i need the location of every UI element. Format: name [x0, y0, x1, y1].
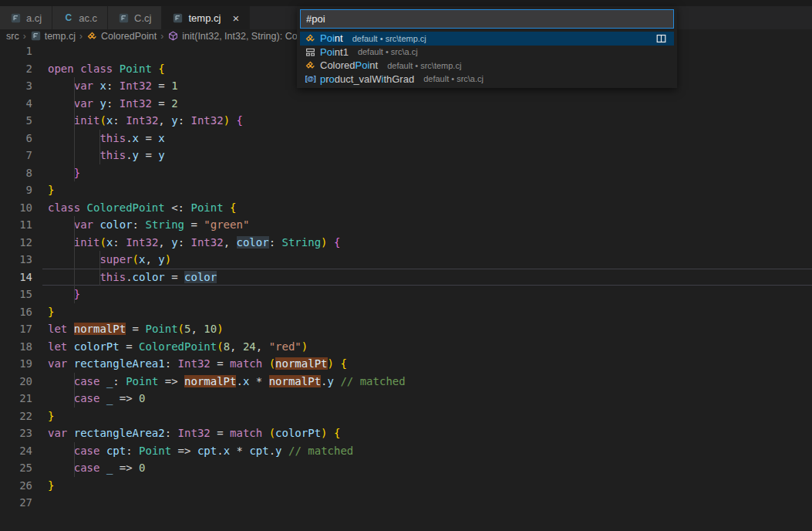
code-line-14[interactable]: 14 this.color = color	[0, 269, 812, 286]
line-number: 27	[0, 494, 42, 512]
code-line-content: init(x: Int32, y: Int32, color: String) …	[42, 234, 812, 252]
indent-guide	[74, 130, 75, 147]
indent-guide	[74, 164, 75, 182]
open-to-side-button[interactable]	[655, 33, 667, 46]
code-line-19[interactable]: 19var rectangleArea1: Int32 = match (nor…	[0, 355, 812, 373]
code-line-6[interactable]: 6 this.x = x	[0, 130, 812, 147]
line-number: 24	[0, 442, 42, 460]
code-line-10[interactable]: 10class ColoredPoint <: Point {	[0, 199, 812, 217]
indent-guide	[74, 269, 75, 286]
code-line-content: var y: Int32 = 2	[42, 95, 812, 113]
line-number: 19	[0, 355, 42, 373]
quick-open-result-ColoredPoint[interactable]: ColoredPointdefault • src\temp.cj	[300, 59, 674, 73]
breadcrumb-label: src	[6, 31, 19, 42]
code-line-content: }	[42, 477, 812, 495]
code-line-26[interactable]: 26}	[0, 477, 812, 495]
tab-label: temp.cj	[188, 12, 221, 24]
method-icon	[167, 30, 179, 42]
tab-ac.c[interactable]: Cac.c	[52, 6, 108, 29]
code-line-12[interactable]: 12 init(x: Int32, y: Int32, color: Strin…	[0, 234, 812, 252]
code-line-11[interactable]: 11 var color: String = "green"	[0, 216, 812, 234]
code-line-content: super(x, y)	[42, 251, 812, 269]
breadcrumb-separator: ›	[79, 31, 83, 42]
line-number: 5	[0, 112, 42, 130]
line-number: 18	[0, 338, 42, 356]
line-number: 3	[0, 77, 42, 95]
title-bar	[0, 0, 812, 6]
tab-temp.cj[interactable]: temp.cj×	[162, 6, 250, 29]
code-line-content: }	[42, 181, 812, 199]
struct-icon	[305, 46, 316, 58]
indent-guide	[99, 251, 100, 269]
tab-a.cj[interactable]: a.cj	[0, 6, 52, 29]
code-line-13[interactable]: 13 super(x, y)	[0, 251, 812, 269]
code-line-24[interactable]: 24 case cpt: Point => cpt.x * cpt.y // m…	[0, 442, 812, 460]
indent-guide	[74, 77, 75, 95]
code-line-25[interactable]: 25 case _ => 0	[0, 459, 812, 477]
split-editor-icon	[655, 33, 667, 45]
line-number: 21	[0, 390, 42, 408]
code-line-9[interactable]: 9}	[0, 181, 812, 199]
line-number: 26	[0, 477, 42, 495]
line-number: 2	[0, 60, 42, 78]
code-line-content	[42, 494, 812, 512]
breadcrumb-item-ColoredPoint[interactable]: ColoredPoint	[86, 30, 157, 42]
line-number: 22	[0, 408, 42, 425]
c-file-icon: C	[62, 12, 74, 24]
line-number: 15	[0, 286, 42, 303]
class-icon	[305, 59, 316, 71]
code-line-content: init(x: Int32, y: Int32) {	[42, 112, 812, 130]
breadcrumb-separator: ›	[23, 31, 26, 42]
code-line-content: var rectangleArea2: Int32 = match (color…	[42, 424, 812, 442]
code-line-23[interactable]: 23var rectangleArea2: Int32 = match (col…	[0, 424, 812, 442]
tab-C.cj[interactable]: C.cj	[108, 6, 162, 29]
symbol-name: product_valWithGrad	[320, 73, 414, 85]
code-line-content: this.y = y	[42, 147, 812, 164]
code-line-4[interactable]: 4 var y: Int32 = 2	[0, 95, 812, 113]
indent-guide	[74, 286, 75, 303]
tab-label: C.cj	[134, 12, 151, 24]
quick-open-result-product_valWithGrad[interactable]: [@]product_valWithGraddefault • src\a.cj	[300, 73, 674, 86]
line-number: 11	[0, 216, 42, 234]
breadcrumb-item-temp.cj[interactable]: temp.cj	[30, 30, 76, 42]
symbol-detail: default • src\temp.cj	[387, 61, 461, 70]
code-line-content: var color: String = "green"	[42, 216, 812, 234]
line-number: 16	[0, 303, 42, 321]
code-line-7[interactable]: 7 this.y = y	[0, 147, 812, 164]
symbol-name: Point1	[320, 46, 349, 58]
indent-guide	[99, 269, 100, 286]
tab-label: ac.c	[79, 12, 97, 24]
code-editor[interactable]: 12open class Point {3 var x: Int32 = 14 …	[0, 42, 812, 531]
quick-open-result-Point1[interactable]: Point1default • src\a.cj	[300, 46, 674, 59]
quick-open-input[interactable]	[300, 9, 674, 29]
code-line-15[interactable]: 15 }	[0, 286, 812, 303]
code-line-5[interactable]: 5 init(x: Int32, y: Int32) {	[0, 112, 812, 130]
line-number: 1	[0, 42, 42, 60]
indent-guide	[99, 130, 100, 147]
cangjie-file-icon	[118, 12, 130, 24]
code-line-20[interactable]: 20 case _: Point => normalPt.x * normalP…	[0, 373, 812, 391]
indent-guide	[74, 112, 75, 130]
symbol-name: Point	[320, 32, 343, 44]
quick-open-result-Point[interactable]: Pointdefault • src\temp.cj	[300, 32, 674, 46]
code-line-content: }	[42, 303, 812, 321]
code-line-16[interactable]: 16}	[0, 303, 812, 321]
code-line-content: var rectangleArea1: Int32 = match (norma…	[42, 355, 812, 373]
close-icon[interactable]: ×	[232, 12, 239, 24]
code-line-21[interactable]: 21 case _ => 0	[0, 390, 812, 408]
line-number: 8	[0, 164, 42, 182]
symbol-detail: default • src\temp.cj	[352, 34, 426, 43]
code-line-17[interactable]: 17let normalPt = Point(5, 10)	[0, 320, 812, 338]
code-line-27[interactable]: 27	[0, 494, 812, 512]
code-line-18[interactable]: 18let colorPt = ColoredPoint(8, 24, "red…	[0, 338, 812, 356]
cangjie-file-icon	[30, 30, 42, 42]
line-number: 7	[0, 147, 42, 164]
code-line-22[interactable]: 22}	[0, 408, 812, 425]
code-line-8[interactable]: 8 }	[0, 164, 812, 182]
cangjie-file-icon	[172, 12, 184, 24]
code-line-content: let colorPt = ColoredPoint(8, 24, "red")	[42, 338, 812, 356]
line-number: 12	[0, 234, 42, 252]
indent-guide	[74, 373, 75, 391]
breadcrumb-label: temp.cj	[45, 31, 76, 42]
breadcrumb-item-src[interactable]: src	[6, 31, 19, 42]
